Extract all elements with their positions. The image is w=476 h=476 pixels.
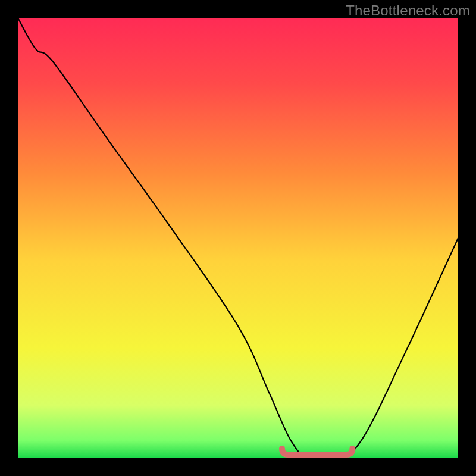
gradient-background xyxy=(18,18,458,458)
chart-frame: TheBottleneck.com xyxy=(0,0,476,476)
bottleneck-chart xyxy=(18,18,458,458)
watermark-text: TheBottleneck.com xyxy=(346,2,470,19)
